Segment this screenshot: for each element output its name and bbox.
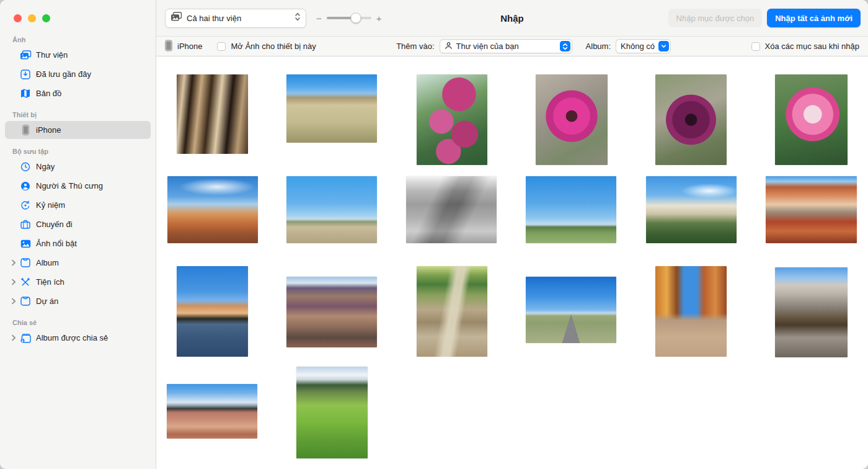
delete-after-import-checkbox[interactable] <box>751 42 760 51</box>
sidebar-item-album-uoc-chia-se[interactable]: Album được chia sẻ <box>5 329 151 347</box>
photo-thumbnail-green-meadow[interactable] <box>296 367 368 458</box>
sidebar-item-label: Album được chia sẻ <box>36 333 108 342</box>
sidebar-item-tien-ich[interactable]: Tiện ích <box>5 273 151 291</box>
sidebar-section-title: Thiết bị <box>5 111 151 121</box>
sidebar-item-label: Kỷ niệm <box>36 200 65 210</box>
photo-thumbnail-bryce-canyon-hoodoos[interactable] <box>167 176 258 243</box>
chevron-down-icon <box>658 41 669 51</box>
projects-icon <box>19 297 32 306</box>
import-all-button[interactable]: Nhập tất cả ảnh mới <box>767 9 861 27</box>
zoom-in-label[interactable]: + <box>376 14 382 23</box>
sidebar-item-label: Bản đồ <box>36 89 61 98</box>
sidebar-item-chuyen-i[interactable]: Chuyến đi <box>5 215 151 233</box>
utilities-icon <box>19 277 32 287</box>
album-icon <box>19 258 32 267</box>
photo-thumbnail-river-cliff-reflection[interactable] <box>177 266 248 357</box>
photo-thumbnail-purple-tulip[interactable] <box>655 74 727 165</box>
zoom-button[interactable] <box>42 14 50 22</box>
sidebar-item-album[interactable]: Album <box>5 254 151 272</box>
photo-thumbnail-green-field-sky[interactable] <box>526 176 616 243</box>
person-icon <box>445 42 453 51</box>
zoom-slider-thumb[interactable] <box>351 13 361 24</box>
sidebar-item-ky-niem[interactable]: Kỷ niệm <box>5 196 151 214</box>
photo-thumbnail-white-domes-trees[interactable] <box>646 176 737 243</box>
photo-thumbnail-desert-plain-sky[interactable] <box>286 176 377 243</box>
photo-thumbnail-badlands-bw[interactable] <box>406 176 497 243</box>
sidebar-sections: ẢnhThư việnĐã lưu gần đâyBản đồThiết bịi… <box>5 36 151 347</box>
chevron-right-icon[interactable] <box>9 298 19 305</box>
photo-thumbnail-pink-white-tulip[interactable] <box>775 74 848 165</box>
sidebar-section-bo-suu-tap: Bộ sưu tậpNgàyNgười & Thú cưngKỷ niệmChu… <box>5 148 151 310</box>
open-photos-checkbox-label[interactable]: Mở Ảnh cho thiết bị này <box>231 42 316 51</box>
toolbar: Cả hai thư viện − + Nhập Nhập mục được c… <box>156 0 868 36</box>
sidebar-item-label: Ngày <box>36 162 55 171</box>
iphone-icon <box>165 40 172 53</box>
photos-app-window: ẢnhThư việnĐã lưu gần đâyBản đồThiết bịi… <box>0 0 868 469</box>
photo-thumbnail-bark-cliff-texture[interactable] <box>177 74 248 154</box>
album-label: Album: <box>586 42 611 51</box>
photo-thumbnail-petrified-logs[interactable] <box>775 267 848 357</box>
photos-library-icon <box>19 50 32 60</box>
photo-grid <box>156 56 868 469</box>
device-name: iPhone <box>177 42 202 51</box>
sidebar-section-title: Bộ sưu tập <box>5 148 151 158</box>
minimize-button[interactable] <box>28 14 36 22</box>
photo-thumbnail-magenta-tulip[interactable] <box>536 74 608 165</box>
chevron-right-icon[interactable] <box>9 334 19 341</box>
map-icon <box>19 89 32 98</box>
sidebar-item-thu-vien[interactable]: Thư viện <box>5 46 151 64</box>
open-photos-checkbox[interactable] <box>217 42 226 51</box>
sidebar-item-label: Chuyến đi <box>36 220 73 229</box>
sidebar-section-anh: ẢnhThư việnĐã lưu gần đâyBản đồ <box>5 36 151 102</box>
memories-icon <box>19 200 32 210</box>
sidebar-item-iphone[interactable]: iPhone <box>5 121 151 139</box>
add-to-value: Thư viện của bạn <box>456 42 556 51</box>
sidebar-item-label: Album <box>36 258 59 267</box>
album-select[interactable]: Không có <box>616 39 671 53</box>
sidebar-item-label: Thư viện <box>36 50 68 60</box>
sidebar: ẢnhThư việnĐã lưu gần đâyBản đồThiết bịi… <box>0 0 156 469</box>
shared-album-icon <box>19 333 32 343</box>
sidebar-item-anh-noi-bat[interactable]: Ảnh nổi bật <box>5 234 151 252</box>
main-area: Cả hai thư viện − + Nhập Nhập mục được c… <box>156 0 868 469</box>
chevron-right-icon[interactable] <box>9 259 19 266</box>
import-selected-button[interactable]: Nhập mục được chọn <box>668 9 763 27</box>
sidebar-item-ban-o[interactable]: Bản đồ <box>5 84 151 102</box>
photo-thumbnail-red-rock-cliffs[interactable] <box>766 176 857 243</box>
sidebar-item-ngay[interactable]: Ngày <box>5 158 151 176</box>
zoom-slider-track[interactable] <box>327 17 371 19</box>
trips-icon <box>19 220 32 229</box>
photo-thumbnail-desert-highway[interactable] <box>526 277 616 343</box>
photo-thumbnail-pink-orchids[interactable] <box>417 74 487 165</box>
people-icon <box>19 181 32 191</box>
window-controls <box>5 0 151 36</box>
sidebar-item-a-luu-gan-ay[interactable]: Đã lưu gần đây <box>5 65 151 83</box>
sidebar-item-label: Đã lưu gần đây <box>36 69 91 79</box>
zoom-out-label[interactable]: − <box>316 14 322 23</box>
recently-saved-icon <box>19 69 32 79</box>
sidebar-item-label: Người & Thú cưng <box>36 181 103 190</box>
sidebar-section-title: Ảnh <box>5 36 151 46</box>
add-to-select[interactable]: Thư viện của bạn <box>440 39 572 53</box>
chevron-right-icon[interactable] <box>9 279 19 285</box>
photo-thumbnail-slot-canyon-road[interactable] <box>655 266 727 357</box>
up-down-chevrons-icon <box>560 41 570 51</box>
up-down-chevrons-icon <box>294 12 301 24</box>
add-to-label: Thêm vào: <box>396 42 434 51</box>
photo-thumbnail-painted-desert[interactable] <box>167 384 257 439</box>
delete-after-import-label[interactable]: Xóa các mục sau khi nhập <box>765 42 859 51</box>
close-button[interactable] <box>14 14 22 22</box>
window-title: Nhập <box>500 13 524 24</box>
photo-thumbnail-grand-canyon-vista[interactable] <box>286 277 377 347</box>
iphone-icon <box>19 125 32 135</box>
sidebar-item-du-an[interactable]: Dự án <box>5 292 151 310</box>
library-filter-select[interactable]: Cả hai thư viện <box>165 9 306 28</box>
sidebar-item-nguoi-thu-cung[interactable]: Người & Thú cưng <box>5 177 151 195</box>
sidebar-section-title: Chia sẻ <box>5 319 151 329</box>
featured-icon <box>19 239 32 248</box>
photos-stack-icon <box>170 12 182 24</box>
photo-thumbnail-creek-through-meadow[interactable] <box>417 266 487 357</box>
library-filter-value: Cả hai thư viện <box>187 14 294 23</box>
photo-thumbnail-prairie-butte[interactable] <box>286 74 377 143</box>
sidebar-item-label: Tiện ích <box>36 277 64 287</box>
